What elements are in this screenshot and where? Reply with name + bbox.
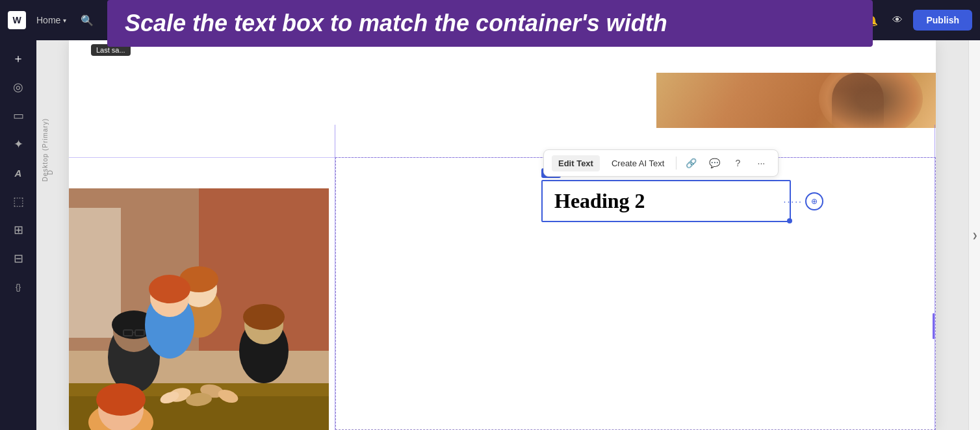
sidebar-item-table[interactable]: ⊟ bbox=[5, 246, 31, 272]
comment-icon[interactable]: 💬 bbox=[705, 154, 723, 172]
home-chevron: ▾ bbox=[63, 17, 66, 24]
search-icon[interactable]: 🔍 bbox=[77, 10, 97, 31]
tutorial-text: Scale the text box to match the containe… bbox=[125, 10, 667, 37]
toolbar-divider-1 bbox=[676, 157, 677, 170]
resize-circle-handle[interactable]: ⊕ bbox=[805, 192, 823, 210]
corner-resize-handle[interactable] bbox=[787, 218, 792, 223]
image-top-strip bbox=[656, 73, 936, 128]
sidebar-item-blocks[interactable]: ⊞ bbox=[5, 217, 31, 243]
home-nav[interactable]: Home ▾ bbox=[31, 12, 71, 28]
resize-arrows-icon: ⊕ bbox=[811, 197, 818, 206]
svg-rect-2 bbox=[69, 208, 121, 338]
heading-text[interactable]: Heading 2 bbox=[554, 189, 778, 213]
home-label: Home bbox=[36, 15, 60, 25]
right-panel: ❯ bbox=[968, 40, 980, 430]
sidebar-item-fonts[interactable]: A bbox=[5, 160, 31, 186]
text-editing-toolbar: Edit Text Create AI Text 🔗 💬 ? ··· bbox=[543, 149, 779, 177]
viewport-indicator: D bbox=[47, 170, 54, 175]
publish-button[interactable]: Publish bbox=[913, 10, 972, 31]
preview-icon[interactable]: 👁 bbox=[887, 10, 908, 31]
text-content-area[interactable]: Heading 2 bbox=[543, 181, 790, 221]
canvas-content: Edit Text Create AI Text 🔗 💬 ? ··· Text … bbox=[69, 40, 936, 430]
link-icon[interactable]: 🔗 bbox=[682, 154, 700, 172]
svg-point-17 bbox=[243, 304, 285, 330]
guide-line-horizontal bbox=[69, 157, 936, 158]
logo-letter: W bbox=[12, 15, 21, 25]
guide-line-vertical-right bbox=[935, 125, 935, 430]
photo-area bbox=[69, 188, 329, 430]
help-icon[interactable]: ? bbox=[729, 154, 747, 172]
svg-point-20 bbox=[149, 275, 190, 303]
sidebar-item-elements[interactable]: ✦ bbox=[5, 131, 31, 157]
sidebar-item-pages[interactable]: ▭ bbox=[5, 103, 31, 129]
right-panel-toggle[interactable]: ❯ bbox=[972, 232, 977, 239]
edit-text-button[interactable]: Edit Text bbox=[552, 155, 600, 171]
sidebar-item-add[interactable]: ＋ bbox=[5, 45, 31, 71]
guide-line-vertical-left bbox=[335, 125, 335, 430]
svg-point-23 bbox=[96, 383, 146, 416]
left-sidebar: ＋ ◎ ▭ ✦ A ⬚ ⊞ ⊟ {} bbox=[0, 40, 36, 430]
text-element-wrapper: Text Heading 2 ····· ⊕ bbox=[541, 180, 791, 222]
canvas-area: Desktop (Primary) D Edit Text Create AI … bbox=[36, 40, 968, 430]
more-options-icon[interactable]: ··· bbox=[752, 154, 770, 172]
sidebar-item-media[interactable]: ⬚ bbox=[5, 188, 31, 214]
app-logo: W bbox=[8, 11, 26, 29]
resize-handle-area: ····· ⊕ bbox=[784, 192, 823, 210]
tutorial-banner: Scale the text box to match the containe… bbox=[107, 0, 873, 47]
create-ai-text-button[interactable]: Create AI Text bbox=[605, 155, 671, 171]
sidebar-item-layers[interactable]: ◎ bbox=[5, 74, 31, 100]
resize-dots: ····· bbox=[784, 196, 803, 207]
sidebar-item-code[interactable]: {} bbox=[5, 274, 31, 300]
photo-svg bbox=[69, 188, 329, 430]
text-element-box[interactable]: Heading 2 bbox=[541, 180, 791, 222]
